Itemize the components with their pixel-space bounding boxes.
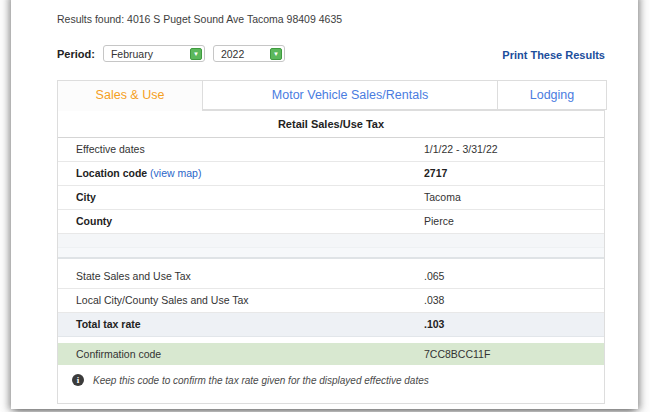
- row-value: Pierce: [424, 210, 454, 233]
- row-value: 2717: [424, 162, 447, 185]
- table-row-location-code: Location code (view map) 2717: [58, 162, 604, 186]
- tab-motor-vehicle-sales-rentals[interactable]: Motor Vehicle Sales/Rentals: [202, 80, 498, 110]
- tab-sales-and-use[interactable]: Sales & Use: [57, 80, 203, 111]
- table-row-county: County Pierce: [58, 210, 604, 234]
- row-value: 1/1/22 - 3/31/22: [424, 138, 498, 161]
- tab-lodging[interactable]: Lodging: [497, 80, 607, 110]
- row-label: Location code (view map): [76, 162, 201, 185]
- table-row-total-tax-rate: Total tax rate .103: [58, 313, 604, 337]
- table-row-state-sales-tax: State Sales and Use Tax .065: [58, 265, 604, 289]
- period-month-value: February: [111, 48, 153, 60]
- tab-bar: Sales & Use Motor Vehicle Sales/Rentals …: [57, 80, 607, 111]
- period-year-value: 2022: [221, 48, 244, 60]
- row-label: Local City/County Sales and Use Tax: [76, 289, 249, 312]
- dropdown-arrow-icon[interactable]: ▼: [190, 48, 202, 60]
- row-label: Effective dates: [76, 138, 145, 161]
- sales-use-tax-card: Retail Sales/Use Tax Effective dates 1/1…: [57, 110, 605, 404]
- empty-spacer-row: [58, 234, 604, 248]
- results-page: Results found: 4016 S Puget Sound Ave Ta…: [11, 0, 638, 409]
- table-row-city: City Tacoma: [58, 186, 604, 210]
- period-month-select[interactable]: February ▼: [103, 45, 205, 62]
- row-value: Tacoma: [424, 186, 461, 209]
- info-icon: i: [72, 374, 84, 386]
- results-found-text: Results found: 4016 S Puget Sound Ave Ta…: [57, 13, 342, 25]
- location-code-label: Location code: [76, 167, 147, 179]
- row-label: City: [76, 186, 96, 209]
- page-content: Results found: 4016 S Puget Sound Ave Ta…: [11, 0, 638, 409]
- period-year-select[interactable]: 2022 ▼: [213, 45, 285, 62]
- row-label: Total tax rate: [76, 313, 141, 336]
- row-value: .038: [424, 289, 444, 312]
- row-value: .103: [424, 313, 444, 336]
- table-row-confirmation-code: Confirmation code 7CC8BCC11F: [58, 343, 604, 365]
- table-row-local-sales-tax: Local City/County Sales and Use Tax .038: [58, 289, 604, 313]
- empty-spacer-row: [58, 248, 604, 259]
- print-these-results-link[interactable]: Print These Results: [502, 49, 605, 61]
- confirmation-note: i Keep this code to confirm the tax rate…: [58, 365, 604, 386]
- confirmation-code-value: 7CC8BCC11F: [424, 343, 490, 365]
- row-label: State Sales and Use Tax: [76, 265, 191, 288]
- row-label: County: [76, 210, 112, 233]
- view-map-link[interactable]: (view map): [150, 167, 201, 179]
- period-selector-row: Period: February ▼ 2022 ▼: [57, 45, 285, 62]
- row-value: .065: [424, 265, 444, 288]
- table-row-effective-dates: Effective dates 1/1/22 - 3/31/22: [58, 138, 604, 162]
- confirmation-note-text: Keep this code to confirm the tax rate g…: [93, 374, 429, 386]
- table-title: Retail Sales/Use Tax: [58, 111, 604, 138]
- period-label: Period:: [57, 48, 95, 60]
- dropdown-arrow-icon[interactable]: ▼: [270, 48, 282, 60]
- row-label: Confirmation code: [76, 343, 161, 365]
